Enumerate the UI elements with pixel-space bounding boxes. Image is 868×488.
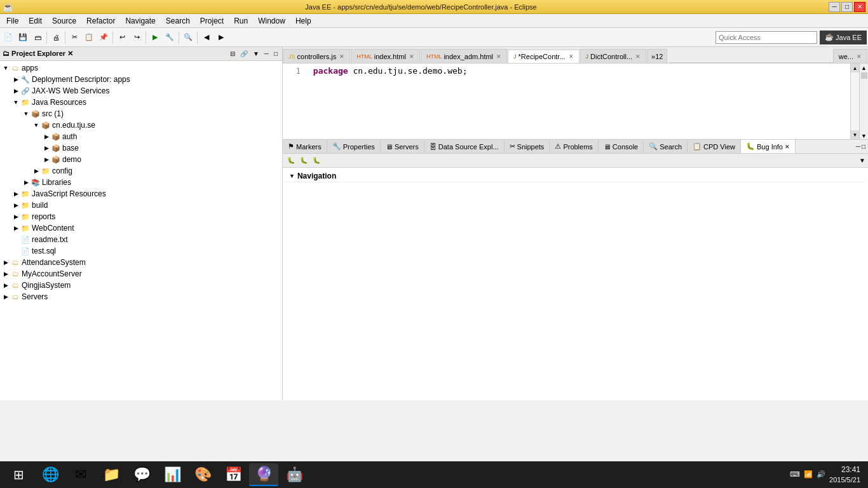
scrollbar-up[interactable]: ▲ [851, 64, 859, 72]
tab-markers[interactable]: ⚑ Markers [283, 140, 327, 154]
tab-index-adm[interactable]: HTML index_adm.html ✕ [421, 49, 507, 63]
bottom-panel-maximize[interactable]: □ [862, 143, 865, 150]
tree-item-base[interactable]: ▶ 📦 base [0, 142, 282, 154]
bottom-toolbar-menu[interactable]: ▼ [859, 157, 865, 164]
menu-source[interactable]: Source [47, 15, 81, 27]
tab-controllers-close[interactable]: ✕ [339, 53, 344, 60]
tree-item-build[interactable]: ▶ 📁 build [0, 200, 282, 211]
menu-run[interactable]: Run [229, 15, 253, 27]
tree-item-auth[interactable]: ▶ 📦 auth [0, 131, 282, 142]
buginfo-close[interactable]: ✕ [785, 144, 790, 150]
menu-help[interactable]: Help [290, 15, 316, 27]
toolbar-copy-btn[interactable]: 📋 [82, 30, 96, 44]
taskbar-paint[interactable]: 🎨 [188, 463, 217, 486]
tab-index-adm-close[interactable]: ✕ [496, 53, 501, 60]
tree-item-libraries[interactable]: ▶ 📚 Libraries [0, 177, 282, 188]
tree-item-servers[interactable]: ▶ 🗂 Servers [0, 291, 282, 302]
toolbar-print-btn[interactable]: 🖨 [49, 30, 63, 44]
tab-snippets[interactable]: ✂ Snippets [505, 140, 550, 154]
menu-window[interactable]: Window [253, 15, 290, 27]
toolbar-paste-btn[interactable]: 📌 [97, 30, 111, 44]
tree-item-js-resources[interactable]: ▶ 📁 JavaScript Resources [0, 188, 282, 200]
tab-recipecontroller[interactable]: J *RecipeContr... ✕ [508, 50, 579, 64]
tab-cpd[interactable]: 📋 CPD View [688, 140, 741, 154]
tab-properties[interactable]: 🔧 Properties [327, 140, 381, 154]
menu-refactor[interactable]: Refactor [81, 15, 120, 27]
network-icon[interactable]: 📶 [804, 470, 813, 478]
tab-more[interactable]: »12 [647, 49, 667, 63]
tab-servers[interactable]: 🖥 Servers [381, 140, 424, 154]
toolbar-search-btn[interactable]: 🔍 [181, 30, 195, 44]
tree-item-reports[interactable]: ▶ 📁 reports [0, 211, 282, 222]
taskbar-eclipse[interactable]: 🔮 [249, 463, 278, 486]
toolbar-run-btn[interactable]: 🔧 [163, 30, 177, 44]
taskbar-chrome[interactable]: 🌐 [36, 463, 65, 486]
tab-index[interactable]: HTML index.html ✕ [351, 49, 420, 63]
tree-item-deployment[interactable]: ▶ 🔧 Deployment Descriptor: apps [0, 74, 282, 85]
toolbar-nav-back-btn[interactable]: ◀ [200, 30, 214, 44]
taskbar-android[interactable]: 🤖 [280, 463, 309, 486]
tree-item-cn-edu[interactable]: ▼ 📦 cn.edu.tju.se [0, 119, 282, 131]
scroll-down-btn[interactable]: ▼ [861, 133, 867, 139]
tab-recipe-close[interactable]: ✕ [569, 53, 574, 60]
toolbar-save-btn[interactable]: 💾 [16, 30, 30, 44]
taskbar-calendar[interactable]: 📅 [219, 463, 248, 486]
maximize-explorer-btn[interactable]: □ [272, 50, 280, 58]
tab-problems[interactable]: ⚠ Problems [550, 140, 598, 154]
quick-access-input[interactable] [715, 31, 817, 44]
toolbar-undo-btn[interactable]: ↩ [115, 30, 129, 44]
keyboard-icon[interactable]: ⌨ [790, 470, 800, 478]
tree-item-src[interactable]: ▼ 📦 src (1) [0, 108, 282, 119]
taskbar-chat[interactable]: 💬 [127, 463, 156, 486]
tree-item-attendance[interactable]: ▶ 🗂 AttendanceSystem [0, 257, 282, 268]
collapse-all-btn[interactable]: ⊟ [228, 50, 237, 58]
tab-buginfo[interactable]: 🐛 Bug Info ✕ [741, 140, 796, 154]
tab-console[interactable]: 🖥 Console [599, 140, 644, 154]
tab-index-close[interactable]: ✕ [409, 53, 414, 60]
scrollbar-down[interactable]: ▼ [851, 130, 859, 139]
menu-project[interactable]: Project [195, 15, 229, 27]
menu-navigate[interactable]: Navigate [120, 15, 160, 27]
minimize-explorer-btn[interactable]: ─ [262, 50, 271, 58]
tab-controllers[interactable]: JS controllers.js ✕ [283, 49, 350, 63]
bug-action-3[interactable]: 🐛 [311, 155, 322, 166]
explorer-menu-btn[interactable]: ▼ [251, 50, 261, 58]
editor-content[interactable]: 1 package cn.edu.tju.se.demo.web; [283, 64, 850, 140]
menu-edit[interactable]: Edit [24, 15, 47, 27]
scroll-up-btn[interactable]: ▲ [861, 65, 867, 71]
tree-item-config[interactable]: ▶ 📁 config [0, 165, 282, 177]
menu-file[interactable]: File [1, 15, 24, 27]
tab-dict-close[interactable]: ✕ [635, 53, 641, 60]
navigation-collapse-icon[interactable]: ▼ [289, 173, 295, 179]
taskbar-ppt[interactable]: 📊 [158, 463, 187, 486]
close-button[interactable]: ✕ [854, 2, 865, 12]
tree-item-apps[interactable]: ▼ 🗂 apps [0, 62, 282, 74]
menu-search[interactable]: Search [161, 15, 195, 27]
taskbar-explorer[interactable]: 📁 [97, 463, 126, 486]
tab-search-bottom[interactable]: 🔍 Search [644, 140, 688, 154]
tree-item-myaccount[interactable]: ▶ 🗂 MyAccountServer [0, 268, 282, 280]
tree-item-testsql[interactable]: ▶ 📄 test.sql [0, 245, 282, 257]
link-with-editor-btn[interactable]: 🔗 [238, 50, 250, 58]
bug-action-1[interactable]: 🐛 [285, 155, 297, 166]
toolbar-redo-btn[interactable]: ↪ [130, 30, 144, 44]
toolbar-nav-forward-btn[interactable]: ▶ [214, 30, 228, 44]
java-ee-button[interactable]: ☕ Java EE [820, 30, 867, 44]
maximize-button[interactable]: □ [841, 2, 853, 12]
volume-icon[interactable]: 🔊 [817, 470, 825, 478]
toolbar-cut-btn[interactable]: ✂ [67, 30, 81, 44]
toolbar-new-btn[interactable]: 📄 [1, 30, 15, 44]
bug-action-2[interactable]: 🐛 [298, 155, 309, 166]
bottom-panel-minimize[interactable]: ─ [856, 143, 860, 150]
tab-we[interactable]: we... ✕ [833, 49, 867, 63]
taskbar-clock[interactable]: 23:41 2015/5/21 [829, 465, 860, 484]
editor-scrollbar[interactable]: ▲ ▼ [850, 64, 859, 140]
tree-item-java-resources[interactable]: ▼ 📁 Java Resources [0, 97, 282, 108]
tab-we-close[interactable]: ✕ [857, 53, 862, 60]
tab-datasource[interactable]: 🗄 Data Source Expl... [424, 140, 505, 154]
tree-item-jaxws[interactable]: ▶ 🔗 JAX-WS Web Services [0, 85, 282, 97]
tree-item-qingjia[interactable]: ▶ 🗂 QingjiaSystem [0, 280, 282, 291]
start-button[interactable]: ⊞ [3, 463, 34, 486]
taskbar-mail[interactable]: ✉ [66, 463, 95, 486]
tab-dictcontroll[interactable]: J DictControll... ✕ [580, 49, 647, 63]
